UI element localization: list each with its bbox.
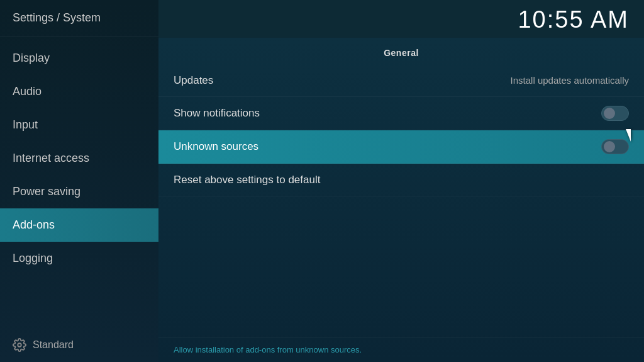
sidebar-item-internet-access[interactable]: Internet access [0, 142, 158, 175]
setting-row-show-notifications[interactable]: Show notifications [158, 97, 644, 130]
footer-hint: Allow installation of add-ons from unkno… [158, 337, 644, 362]
profile-label: Standard [33, 339, 74, 351]
svg-point-0 [18, 343, 21, 347]
settings-list: Updates Install updates automatically Sh… [158, 64, 644, 337]
sidebar-title: Settings / System [0, 0, 158, 37]
sidebar-nav: Display Audio Input Internet access Powe… [0, 37, 158, 328]
section-header: General [158, 38, 644, 64]
sidebar-item-add-ons[interactable]: Add-ons [0, 208, 158, 242]
show-notifications-label: Show notifications [174, 107, 260, 120]
sidebar-item-power-saving[interactable]: Power saving [0, 175, 158, 208]
updates-label: Updates [174, 74, 213, 87]
unknown-sources-toggle[interactable] [601, 139, 629, 154]
sidebar-item-logging[interactable]: Logging [0, 242, 158, 275]
sidebar: Settings / System Display Audio Input In… [0, 0, 158, 362]
main-content: General Updates Install updates automati… [158, 38, 644, 362]
setting-row-reset[interactable]: Reset above settings to default [158, 164, 644, 196]
sidebar-item-input[interactable]: Input [0, 108, 158, 142]
setting-row-unknown-sources[interactable]: Unknown sources [158, 130, 644, 164]
unknown-sources-label: Unknown sources [174, 140, 258, 153]
reset-label: Reset above settings to default [174, 174, 320, 186]
setting-row-updates[interactable]: Updates Install updates automatically [158, 64, 644, 97]
show-notifications-toggle[interactable] [601, 106, 629, 121]
sidebar-item-display[interactable]: Display [0, 42, 158, 75]
clock: 10:55 AM [518, 6, 629, 33]
sidebar-footer: Standard [0, 328, 158, 362]
sidebar-item-audio[interactable]: Audio [0, 75, 158, 108]
updates-value: Install updates automatically [511, 75, 629, 86]
gear-icon [13, 338, 26, 352]
